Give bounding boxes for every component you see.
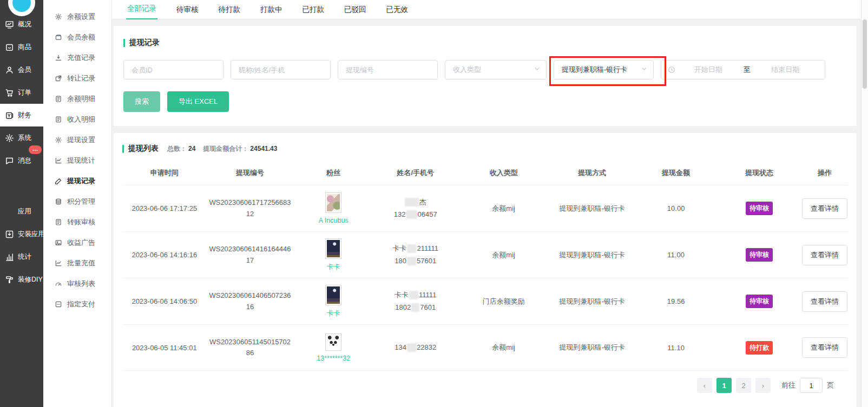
tab-打款中[interactable]: 打款中: [259, 0, 284, 19]
prev-page-button[interactable]: ‹: [697, 378, 712, 393]
status-badge: 待审核: [746, 202, 773, 215]
sidebar-item-label: 财务: [18, 111, 31, 120]
chart-icon: [55, 259, 62, 267]
diy-icon: [5, 275, 14, 284]
sidebar-item-消息[interactable]: 消息…: [0, 149, 43, 172]
export-excel-button[interactable]: 导出 EXCEL: [167, 91, 229, 112]
view-detail-button[interactable]: 查看详情: [802, 198, 847, 219]
sidebar-item-装修DIY[interactable]: 装修DIY: [0, 268, 43, 291]
section-accent-bar: [123, 39, 125, 47]
submenu-item-转账审核[interactable]: 转账审核: [43, 212, 111, 232]
submenu-item-充值记录[interactable]: 充值记录: [43, 48, 111, 68]
date-range-picker[interactable]: 开始日期 至 结束日期: [661, 60, 825, 79]
sidebar-item-应用[interactable]: 应用: [0, 200, 43, 223]
submenu-item-提现统计[interactable]: 提现统计: [43, 150, 111, 171]
redacted-blur: [407, 343, 416, 352]
dashboard-icon: [55, 280, 62, 288]
visible-text: 134: [394, 343, 406, 352]
tab-已无效[interactable]: 已无效: [385, 0, 410, 19]
total-count-label: 总数：: [167, 145, 187, 152]
sidebar-item-商品[interactable]: 商品: [0, 36, 43, 58]
next-page-button[interactable]: ›: [755, 378, 771, 393]
submenu-item-余额设置[interactable]: 余额设置: [43, 6, 111, 27]
total-amount-label: 提现金额合计：: [203, 145, 248, 152]
column-header-申请时间: 申请时间: [122, 168, 207, 178]
goto-page: 前往页: [781, 378, 834, 393]
install-icon: [5, 230, 14, 239]
cell-status: 待审核: [718, 295, 802, 308]
cell-action: 查看详情: [801, 291, 848, 312]
column-header-提现状态: 提现状态: [718, 168, 802, 178]
sidebar-item-label: 装修DIY: [18, 275, 43, 284]
cell-status: 待打款: [718, 341, 802, 355]
list-header: 提现列表 总数：24 提现金额合计：24541.43: [122, 144, 848, 154]
submenu-item-指定支付[interactable]: 指定支付: [43, 294, 111, 315]
logo-mark: [12, 0, 31, 12]
search-actions: 搜索 导出 EXCEL: [123, 91, 847, 112]
fan-nickname[interactable]: A Incubus: [319, 217, 348, 224]
content-area: 提现记录 收入类型 提现到兼职猫-银行卡: [112, 19, 861, 407]
sidebar-item-label: 订单: [18, 88, 31, 97]
tab-全部记录[interactable]: 全部记录: [126, 0, 157, 19]
fan-nickname[interactable]: 卡卡: [327, 263, 340, 272]
submenu-item-会员余额[interactable]: 会员余额: [43, 27, 111, 48]
goods-icon: [5, 43, 14, 52]
visible-text: 06457: [418, 210, 437, 219]
submenu-item-提现记录[interactable]: 提现记录: [43, 171, 111, 191]
view-detail-button[interactable]: 查看详情: [802, 245, 847, 265]
sidebar-item-财务[interactable]: 财务: [0, 104, 43, 126]
submenu-item-余额明细[interactable]: 余额明细: [43, 89, 111, 109]
tab-待审核[interactable]: 待审核: [175, 0, 200, 19]
search-section-title-text: 提现记录: [129, 38, 160, 48]
submenu-item-收入明细[interactable]: 收入明细: [43, 109, 111, 130]
member-icon: [5, 65, 14, 75]
cell-withdraw-method: 提现到兼职猫-银行卡: [550, 297, 635, 306]
withdraw-method-value: 提现到兼职猫-银行卡: [562, 65, 627, 75]
column-header-提现编号: 提现编号: [207, 168, 294, 178]
scrollbar-thumb[interactable]: [863, 19, 867, 89]
income-type-select[interactable]: 收入类型: [445, 60, 547, 79]
member-id-input[interactable]: [123, 60, 223, 79]
cell-withdraw-method: 提现到兼职猫-银行卡: [550, 343, 635, 352]
sidebar-item-概况[interactable]: 概况: [0, 13, 43, 36]
withdraw-no-input[interactable]: [338, 60, 438, 79]
view-detail-button[interactable]: 查看详情: [802, 291, 847, 312]
tab-已打款[interactable]: 已打款: [301, 0, 326, 19]
submenu-item-提现设置[interactable]: 提现设置: [43, 130, 111, 150]
page-button-1[interactable]: 1: [716, 378, 732, 393]
cell-withdraw-no: WS20230606140650723616: [207, 290, 294, 312]
search-button[interactable]: 搜索: [123, 91, 160, 112]
tab-已驳回[interactable]: 已驳回: [343, 0, 367, 19]
submenu-item-label: 转让记录: [67, 74, 95, 83]
sidebar-item-订单[interactable]: 订单: [0, 81, 43, 104]
withdraw-method-select[interactable]: 提现到兼职猫-银行卡: [554, 60, 654, 79]
submenu-item-转让记录[interactable]: 转让记录: [43, 68, 111, 89]
cell-status: 待审核: [718, 202, 802, 215]
submenu-item-label: 充值记录: [67, 53, 95, 63]
scrollbar[interactable]: [861, 0, 868, 407]
submenu-item-积分管理[interactable]: 积分管理: [43, 191, 111, 212]
status-badge: 待审核: [746, 248, 773, 262]
app-window: 概况商品会员订单财务系统消息…应用安装应用统计装修DIY 余额设置会员余额充值记…: [0, 0, 868, 407]
withdraw-no-text: WS20230605114501570286: [209, 337, 291, 358]
sidebar-item-安装应用[interactable]: 安装应用: [0, 223, 43, 245]
submenu-item-收益广告[interactable]: 收益广告: [43, 232, 111, 253]
sidebar-item-统计[interactable]: 统计: [0, 245, 43, 268]
sidebar-item-label: 应用: [18, 207, 31, 216]
submenu-item-批量充值[interactable]: 批量充值: [43, 253, 111, 273]
nickname-input[interactable]: [231, 60, 331, 79]
fan-nickname[interactable]: 卡卡: [327, 309, 340, 318]
sidebar-item-会员[interactable]: 会员: [0, 58, 43, 81]
tab-待打款[interactable]: 待打款: [218, 0, 242, 19]
cell-income-type: 余额mij: [458, 343, 550, 352]
page-button-2[interactable]: 2: [736, 378, 751, 393]
goto-page-input[interactable]: [800, 378, 823, 393]
status-badge: 待审核: [746, 295, 773, 308]
apps-icon: [5, 207, 14, 216]
total-count: 总数：24: [167, 144, 195, 154]
fan-nickname[interactable]: 13*******32: [317, 355, 350, 362]
view-detail-button[interactable]: 查看详情: [802, 337, 847, 358]
system-icon: [5, 134, 14, 143]
cell-fan: 卡卡: [293, 238, 373, 272]
submenu-item-审核列表[interactable]: 审核列表: [43, 273, 111, 294]
